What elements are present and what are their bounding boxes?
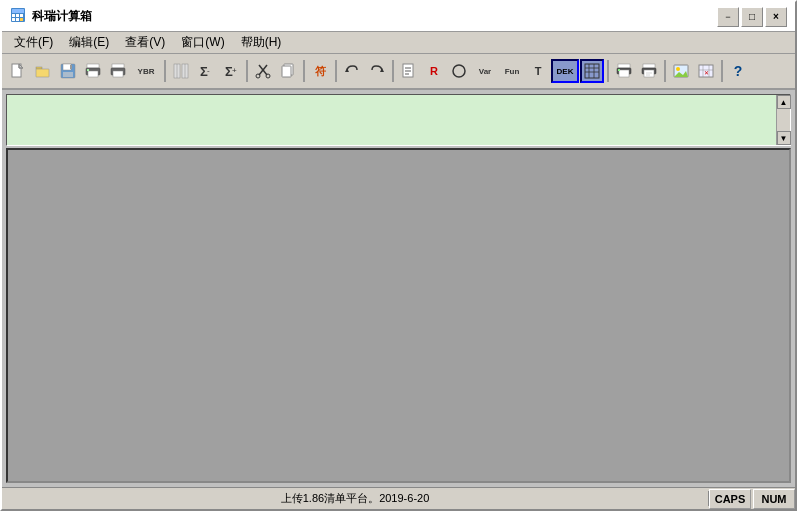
menu-file[interactable]: 文件(F) xyxy=(6,32,61,53)
svg-rect-22 xyxy=(112,64,124,68)
svg-rect-4 xyxy=(20,14,23,17)
separator-4 xyxy=(335,60,337,82)
symbol-label: 符 xyxy=(315,64,326,79)
toolbar-fun[interactable]: Fun xyxy=(499,59,525,83)
toolbar-open[interactable] xyxy=(31,59,55,83)
app-window: 科瑞计算箱 － □ × 文件(F) 编辑(E) 查看(V) 窗口(W) 帮助(H… xyxy=(0,0,797,511)
help-label: ? xyxy=(734,63,743,79)
toolbar-save[interactable] xyxy=(56,59,80,83)
print-icon xyxy=(85,63,101,79)
minimize-button[interactable]: － xyxy=(717,7,739,27)
input-scrollbar[interactable]: ▲ ▼ xyxy=(776,95,790,145)
svg-rect-46 xyxy=(585,64,599,78)
toolbar-t[interactable]: T xyxy=(526,59,550,83)
svg-rect-57 xyxy=(644,70,654,77)
caps-label: CAPS xyxy=(715,493,746,505)
svg-marker-40 xyxy=(380,68,384,72)
input-area[interactable]: ▲ ▼ xyxy=(6,94,791,146)
scroll-down-arrow[interactable]: ▼ xyxy=(777,131,791,145)
status-text: 上传1.86清单平台。2019-6-20 xyxy=(281,492,430,504)
window-controls: － □ × xyxy=(717,7,787,27)
menu-edit[interactable]: 编辑(E) xyxy=(61,32,117,53)
toolbar-var[interactable]: Var xyxy=(472,59,498,83)
toolbar-cut[interactable] xyxy=(251,59,275,83)
window-title: 科瑞计算箱 xyxy=(32,8,717,25)
t-label: T xyxy=(535,65,542,77)
undo-icon xyxy=(344,63,360,79)
svg-rect-51 xyxy=(618,64,630,68)
image-icon xyxy=(673,63,689,79)
svg-point-45 xyxy=(453,65,465,77)
toolbar-printer[interactable] xyxy=(612,59,636,83)
toolbar-sum2[interactable]: Σ + xyxy=(219,59,243,83)
menu-help[interactable]: 帮助(H) xyxy=(233,32,290,53)
svg-text:✕: ✕ xyxy=(704,70,709,76)
caps-lock-indicator: CAPS xyxy=(709,489,751,509)
svg-rect-15 xyxy=(63,64,71,70)
map-icon: ✕ xyxy=(698,63,714,79)
printer-icon xyxy=(616,63,632,79)
svg-rect-13 xyxy=(36,69,49,77)
menu-view[interactable]: 查看(V) xyxy=(117,32,173,53)
toolbar-map[interactable]: ✕ xyxy=(694,59,718,83)
toolbar: YBR Σ - Σ + xyxy=(2,54,795,90)
new-file-icon xyxy=(10,63,26,79)
ybr-label: YBR xyxy=(138,67,155,76)
toolbar-r[interactable]: R xyxy=(422,59,446,83)
preview-icon xyxy=(641,63,657,79)
svg-rect-12 xyxy=(36,67,42,69)
toolbar-col1[interactable] xyxy=(169,59,193,83)
toolbar-print1[interactable] xyxy=(81,59,105,83)
toolbar-help[interactable]: ? xyxy=(726,59,750,83)
toolbar-page[interactable] xyxy=(397,59,421,83)
table-icon xyxy=(584,63,600,79)
svg-rect-7 xyxy=(20,18,23,21)
svg-point-36 xyxy=(266,74,270,78)
fun-label: Fun xyxy=(505,67,520,76)
toolbar-print2[interactable] xyxy=(106,59,130,83)
calculator-icon xyxy=(10,7,26,23)
toolbar-ybr[interactable]: YBR xyxy=(131,59,161,83)
svg-rect-55 xyxy=(643,64,655,68)
toolbar-table[interactable] xyxy=(580,59,604,83)
separator-7 xyxy=(664,60,666,82)
sum1-icon: Σ - xyxy=(198,63,214,79)
print2-icon xyxy=(110,63,126,79)
app-icon xyxy=(10,7,26,26)
toolbar-circle[interactable] xyxy=(447,59,471,83)
num-lock-indicator: NUM xyxy=(753,489,795,509)
svg-rect-17 xyxy=(70,65,72,69)
num-label: NUM xyxy=(761,493,786,505)
svg-rect-38 xyxy=(282,66,291,77)
menu-window[interactable]: 窗口(W) xyxy=(173,32,232,53)
var-label: Var xyxy=(479,67,491,76)
toolbar-redo[interactable] xyxy=(365,59,389,83)
svg-rect-53 xyxy=(619,70,629,77)
maximize-button[interactable]: □ xyxy=(741,7,763,27)
circle-icon xyxy=(451,63,467,79)
toolbar-undo[interactable] xyxy=(340,59,364,83)
toolbar-preview[interactable] xyxy=(637,59,661,83)
r-label: R xyxy=(430,65,438,77)
svg-rect-3 xyxy=(16,14,19,17)
cut-icon xyxy=(255,63,271,79)
svg-rect-24 xyxy=(113,71,123,77)
toolbar-new[interactable] xyxy=(6,59,30,83)
svg-rect-20 xyxy=(88,71,98,77)
toolbar-dek[interactable]: DEK xyxy=(551,59,579,83)
separator-5 xyxy=(392,60,394,82)
toolbar-image1[interactable] xyxy=(669,59,693,83)
separator-2 xyxy=(246,60,248,82)
svg-point-61 xyxy=(676,67,680,71)
status-text-area: 上传1.86清单平台。2019-6-20 xyxy=(2,491,709,506)
toolbar-copy1[interactable] xyxy=(276,59,300,83)
toolbar-sum1[interactable]: Σ - xyxy=(194,59,218,83)
scroll-up-arrow[interactable]: ▲ xyxy=(777,95,791,109)
menu-bar: 文件(F) 编辑(E) 查看(V) 窗口(W) 帮助(H) xyxy=(2,32,795,54)
main-content-area xyxy=(6,148,791,483)
column-icon xyxy=(173,63,189,79)
svg-rect-41 xyxy=(403,64,413,77)
save-icon xyxy=(60,63,76,79)
toolbar-symbol[interactable]: 符 xyxy=(308,59,332,83)
close-button[interactable]: × xyxy=(765,7,787,27)
